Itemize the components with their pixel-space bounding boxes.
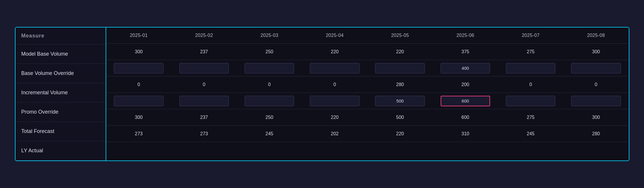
row-ly-actual: 273 273 245 202 220 310 245 280 [106,126,629,142]
col-header-2025-03: 2025-03 [237,28,302,44]
bvo-input-07[interactable] [506,63,555,74]
tf-cell-06: 600 [433,109,498,126]
bvo-input-04[interactable] [310,63,359,74]
sidebar-item-base-volume-override[interactable]: Base Volume Override [16,64,106,83]
bvo-cell-06 [433,60,498,76]
bvo-input-03[interactable] [245,63,294,74]
col-header-2025-07: 2025-07 [498,28,563,44]
tf-cell-08: 300 [563,109,628,126]
po-cell-01 [106,93,171,109]
po-input-07[interactable] [506,96,555,106]
bvo-cell-05 [367,60,433,76]
bvo-input-06[interactable] [441,63,490,74]
lya-cell-07: 245 [498,126,563,142]
po-input-04[interactable] [310,96,359,106]
po-cell-06 [433,93,498,109]
col-header-2025-08: 2025-08 [563,28,628,44]
bvo-cell-02 [171,60,237,76]
po-cell-08 [563,93,628,109]
mbv-cell-05: 220 [367,44,433,60]
row-model-base-volume: 300 237 250 220 220 375 275 300 [106,44,629,60]
tf-cell-02: 237 [171,109,237,126]
po-input-05[interactable] [375,96,425,106]
lya-cell-08: 280 [563,126,628,142]
iv-cell-08: 0 [563,76,628,93]
mbv-cell-01: 300 [106,44,171,60]
row-incremental-volume: 0 0 0 0 280 200 0 0 [106,76,629,93]
lya-cell-03: 245 [237,126,302,142]
po-input-08[interactable] [571,96,621,106]
iv-cell-03: 0 [237,76,302,93]
sidebar-item-model-base-volume[interactable]: Model Base Volume [16,45,106,64]
po-cell-03 [237,93,302,109]
main-table-area: 2025-01 2025-02 2025-03 2025-04 2025-05 … [106,28,629,160]
po-input-01[interactable] [114,96,163,106]
main-container: Measure Model Base Volume Base Volume Ov… [15,27,629,161]
lya-cell-06: 310 [433,126,498,142]
lya-cell-04: 202 [302,126,367,142]
col-header-2025-01: 2025-01 [106,28,171,44]
bvo-cell-01 [106,60,171,76]
mbv-cell-06: 375 [433,44,498,60]
iv-cell-07: 0 [498,76,563,93]
bvo-input-01[interactable] [114,63,163,74]
mbv-cell-07: 275 [498,44,563,60]
bvo-cell-03 [237,60,302,76]
po-input-02[interactable] [179,96,229,106]
po-cell-02 [171,93,237,109]
mbv-cell-03: 250 [237,44,302,60]
tf-cell-01: 300 [106,109,171,126]
bvo-input-05[interactable] [375,63,425,74]
sidebar: Measure Model Base Volume Base Volume Ov… [16,28,106,160]
sidebar-header-text: Measure [21,33,44,39]
tf-cell-07: 275 [498,109,563,126]
sidebar-item-ly-actual[interactable]: LY Actual [16,141,106,160]
row-promo-override [106,93,629,109]
mbv-cell-02: 237 [171,44,237,60]
header-row: 2025-01 2025-02 2025-03 2025-04 2025-05 … [106,28,629,44]
col-header-2025-06: 2025-06 [433,28,498,44]
sidebar-header: Measure [16,28,106,45]
po-cell-07 [498,93,563,109]
tf-cell-04: 220 [302,109,367,126]
bvo-cell-08 [563,60,628,76]
iv-cell-01: 0 [106,76,171,93]
iv-cell-06: 200 [433,76,498,93]
po-cell-05 [367,93,433,109]
bvo-cell-04 [302,60,367,76]
tf-cell-05: 500 [367,109,433,126]
bvo-cell-07 [498,60,563,76]
lya-cell-02: 273 [171,126,237,142]
data-table: 2025-01 2025-02 2025-03 2025-04 2025-05 … [106,28,629,142]
tf-cell-03: 250 [237,109,302,126]
sidebar-item-incremental-volume[interactable]: Incremental Volume [16,83,106,102]
col-header-2025-04: 2025-04 [302,28,367,44]
iv-cell-02: 0 [171,76,237,93]
lya-cell-05: 220 [367,126,433,142]
po-cell-04 [302,93,367,109]
bvo-input-02[interactable] [179,63,229,74]
sidebar-item-promo-override[interactable]: Promo Override [16,102,106,122]
col-header-2025-05: 2025-05 [367,28,433,44]
row-total-forecast: 300 237 250 220 500 600 275 300 [106,109,629,126]
row-base-volume-override [106,60,629,76]
iv-cell-05: 280 [367,76,433,93]
iv-cell-04: 0 [302,76,367,93]
po-input-06[interactable] [441,96,490,106]
po-input-03[interactable] [245,96,294,106]
col-header-2025-02: 2025-02 [171,28,237,44]
mbv-cell-08: 300 [563,44,628,60]
lya-cell-01: 273 [106,126,171,142]
sidebar-item-total-forecast[interactable]: Total Forecast [16,122,106,141]
bvo-input-08[interactable] [571,63,621,74]
mbv-cell-04: 220 [302,44,367,60]
